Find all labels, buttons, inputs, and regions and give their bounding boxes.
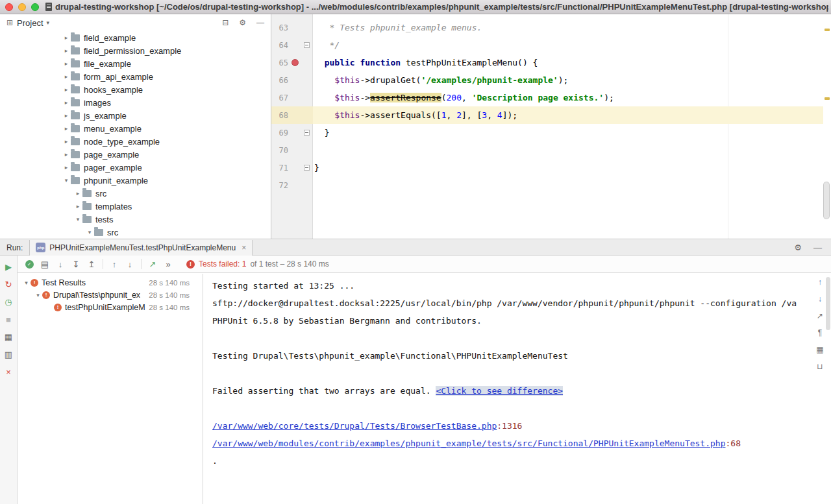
breakpoint-icon[interactable] [291, 59, 299, 66]
editor-line[interactable]: 70 [271, 141, 823, 159]
gear-icon[interactable]: ⚙ [239, 18, 246, 27]
clear-console-icon[interactable]: ⊔ [815, 361, 825, 372]
project-tree-item[interactable]: ▸field_permission_example [0, 44, 271, 57]
project-tree-item[interactable]: ▸images [0, 96, 271, 109]
console-link[interactable]: /var/www/web/modules/contrib/examples/ph… [212, 438, 726, 448]
fold-icon[interactable] [304, 165, 310, 171]
up-stack-trace-icon[interactable]: ↑ [815, 277, 825, 287]
expand-all-icon[interactable]: ↧ [68, 258, 84, 270]
project-tree-item[interactable]: ▸js_example [0, 109, 271, 122]
editor-line[interactable]: 72 [271, 176, 823, 194]
close-tab-icon[interactable]: × [242, 243, 246, 252]
project-tree-item[interactable]: ▸templates [0, 200, 271, 213]
project-tree-item[interactable]: ▸src [0, 187, 271, 200]
project-panel-title[interactable]: Project [17, 18, 43, 28]
chevron-down-icon[interactable]: ▾ [73, 216, 82, 222]
more-options-icon[interactable]: » [160, 258, 176, 270]
collapse-all-icon[interactable]: ⊟ [222, 18, 229, 27]
console-scrollbar[interactable] [826, 274, 831, 504]
editor-line[interactable]: 67 $this->assertResponse(200, 'Descripti… [271, 89, 823, 106]
chevron-right-icon[interactable]: ▸ [62, 164, 71, 171]
export-test-results-icon[interactable]: ↗ [145, 258, 160, 270]
test-history-button[interactable]: ◷ [3, 296, 14, 307]
project-tree-item[interactable]: ▸field_example [0, 31, 271, 44]
project-tree-item[interactable]: ▾tests [0, 213, 271, 226]
project-tree-item[interactable]: ▾phpunit_example [0, 174, 271, 187]
gutter-cell: 65 [271, 54, 313, 71]
project-tree-item[interactable]: ▸form_api_example [0, 70, 271, 83]
editor-scrollbar-thumb[interactable] [823, 182, 830, 219]
project-tree-item[interactable]: ▾src [0, 226, 271, 239]
chevron-down-icon[interactable]: ▾ [85, 229, 94, 235]
stop-button[interactable]: ■ [3, 314, 14, 325]
editor-line[interactable]: 68 $this->assertEquals([1, 2], [3, 4]); [271, 106, 823, 124]
down-stack-trace-icon[interactable]: ↓ [815, 294, 825, 304]
chevron-right-icon[interactable]: ▸ [73, 203, 82, 210]
gear-icon[interactable]: ⚙ [794, 243, 802, 252]
restore-layout-button[interactable]: ▦ [3, 331, 14, 342]
pin-tab-button[interactable]: ▥ [3, 349, 14, 360]
chevron-right-icon[interactable]: ▸ [62, 112, 71, 119]
chevron-right-icon[interactable]: ▸ [62, 34, 71, 41]
code-editor[interactable]: 63 * Tests phpunit_example menus.64 */65… [271, 14, 831, 239]
chevron-down-icon[interactable]: ▾ [47, 19, 50, 26]
previous-failed-test-icon[interactable]: ↑ [106, 258, 122, 270]
close-run-panel-button[interactable]: × [3, 366, 14, 378]
show-passed-icon[interactable]: ✓ [21, 258, 37, 270]
code-text: $this->assertResponse(200, 'Description … [313, 89, 823, 106]
chevron-right-icon[interactable]: ▸ [62, 138, 71, 145]
console-scrollbar-thumb[interactable] [826, 277, 830, 330]
chevron-down-icon[interactable]: ▾ [22, 280, 31, 286]
project-tree-item[interactable]: ▸hooks_example [0, 83, 271, 96]
export-console-icon[interactable]: ↗ [815, 311, 825, 321]
next-failed-test-icon[interactable]: ↓ [122, 258, 138, 270]
project-tree-item[interactable]: ▸file_example [0, 57, 271, 70]
project-tree-item[interactable]: ▸node_type_example [0, 135, 271, 148]
hide-panel-icon[interactable]: — [256, 18, 264, 27]
chevron-right-icon[interactable]: ▸ [62, 151, 71, 158]
chevron-right-icon[interactable]: ▸ [73, 190, 82, 197]
editor-line[interactable]: 66 $this->drupalGet('/examples/phpunit-e… [271, 71, 823, 89]
console-link[interactable]: /var/www/web/core/tests/Drupal/Tests/Bro… [212, 421, 497, 431]
sort-tests-icon[interactable]: ↓ [53, 258, 68, 270]
zoom-window-button[interactable] [31, 3, 39, 11]
fold-icon[interactable] [304, 130, 310, 136]
chevron-down-icon[interactable]: ▾ [34, 292, 42, 298]
chevron-right-icon[interactable]: ▸ [62, 99, 71, 106]
editor-line[interactable]: 69 } [271, 124, 823, 141]
editor-line[interactable]: 63 * Tests phpunit_example menus. [271, 19, 823, 36]
test-console[interactable]: Testing started at 13:25 ...sftp://docke… [204, 274, 812, 504]
print-icon[interactable]: ▦ [815, 344, 825, 355]
editor-line[interactable]: 64 */ [271, 36, 823, 54]
chevron-right-icon[interactable]: ▸ [62, 86, 71, 93]
test-tree-item[interactable]: !testPhpUnitExampleM28 s 140 ms [18, 301, 203, 313]
toolbar-separator [103, 259, 103, 269]
test-tree-item[interactable]: ▾!Test Results28 s 140 ms [18, 276, 203, 289]
editor-line[interactable]: 65 public function testPhpUnitExampleMen… [271, 54, 823, 71]
close-window-button[interactable] [5, 3, 13, 11]
chevron-right-icon[interactable]: ▸ [62, 73, 71, 80]
console-right-toolbar: ↑ ↓ ↗ ¶ ▦ ⊔ [813, 277, 826, 372]
minimize-window-button[interactable] [18, 3, 26, 11]
project-tree-item[interactable]: ▸pager_example [0, 161, 271, 174]
rerun-button[interactable]: ▶ [3, 261, 14, 272]
collapse-all-icon[interactable]: ↥ [84, 258, 99, 270]
run-tab[interactable]: php PHPUnitExampleMenuTest.testPhpUnitEx… [29, 240, 253, 256]
project-panel-header: ⊞ Project ▾ ⊟ ⚙ — [0, 14, 271, 31]
project-tree-item[interactable]: ▸menu_example [0, 122, 271, 135]
editor-scrollbar[interactable] [823, 14, 830, 239]
chevron-down-icon[interactable]: ▾ [62, 177, 71, 184]
console-text: Testing started at 13:25 ... [212, 281, 354, 291]
editor-line[interactable]: 71} [271, 159, 823, 176]
chevron-right-icon[interactable]: ▸ [62, 47, 71, 54]
fold-icon[interactable] [304, 42, 310, 48]
test-tree-item[interactable]: ▾!Drupal\Tests\phpunit_ex28 s 140 ms [18, 289, 203, 301]
soft-wrap-icon[interactable]: ¶ [815, 328, 825, 338]
chevron-right-icon[interactable]: ▸ [62, 60, 71, 67]
project-tree-item[interactable]: ▸page_example [0, 148, 271, 161]
console-link[interactable]: <Click to see difference> [436, 386, 563, 396]
chevron-right-icon[interactable]: ▸ [62, 125, 71, 132]
rerun-failed-tests-button[interactable]: ↻ [3, 279, 14, 290]
hide-panel-icon[interactable]: — [813, 243, 822, 252]
console-output-icon[interactable]: ▤ [37, 258, 53, 270]
